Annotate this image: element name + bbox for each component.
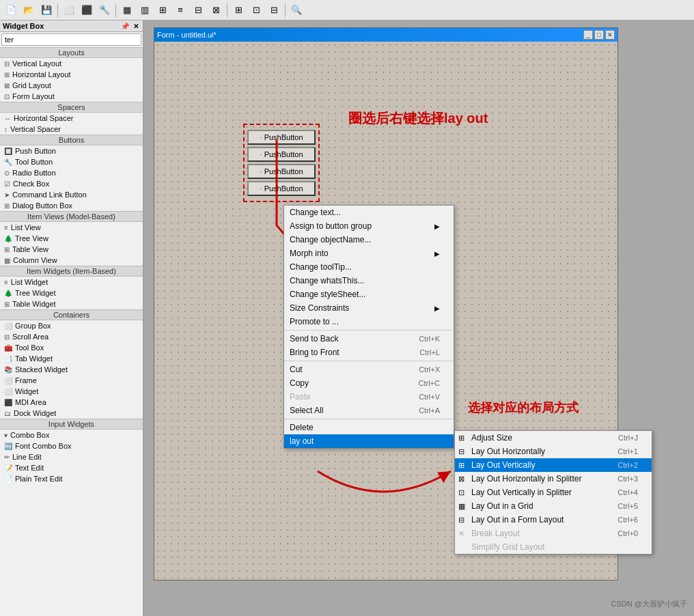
toolbar-sep1 [57, 3, 58, 17]
break-layout-icon: ✕ [458, 529, 464, 538]
toolbar-btn13[interactable]: ⊟ [266, 2, 282, 18]
section-spacers: Spacers [0, 102, 143, 113]
canvas-push-button-2[interactable]: PushButton [247, 147, 316, 162]
sidebar-item-list-view[interactable]: ≡List View [0, 222, 143, 233]
sidebar-item-table-widget[interactable]: ⊞Table Widget [0, 298, 143, 309]
cm-lay-out[interactable]: lay out [284, 434, 454, 448]
sidebar-item-dock-widget[interactable]: 🗂Dock Widget [0, 408, 143, 419]
sidebar-item-grid-layout[interactable]: ⊠Grid Layout [0, 80, 143, 91]
cm-assign-button-group[interactable]: Assign to button group▶ [284, 219, 454, 233]
canvas-push-button-3[interactable]: PushButton [247, 164, 316, 179]
sidebar-item-vertical-spacer[interactable]: ↕Vertical Spacer [0, 124, 143, 135]
horiz-splitter-icon: ⊠ [458, 475, 464, 484]
sm-adjust-size[interactable]: ⊞ Adjust SizeCtrl+J [455, 431, 652, 445]
cm-send-to-back[interactable]: Send to BackCtrl+K [284, 332, 454, 346]
sidebar-item-plain-text-edit[interactable]: 📄Plain Text Edit [0, 473, 143, 484]
sidebar-item-font-combo-box[interactable]: 🔤Font Combo Box [0, 440, 143, 451]
widget-box-close-icon[interactable]: ✕ [132, 23, 140, 30]
sidebar-item-horizontal-layout[interactable]: ⊞Horizontal Layout [0, 69, 143, 80]
sidebar-item-group-box[interactable]: ⬜Group Box [0, 320, 143, 331]
cm-change-text[interactable]: Change text... [284, 206, 454, 219]
sidebar-item-text-edit[interactable]: 📝Text Edit [0, 462, 143, 473]
sidebar-item-table-view[interactable]: ⊞Table View [0, 244, 143, 255]
form-window-controls: _ □ ✕ [583, 30, 615, 40]
toolbar-btn11[interactable]: ⊞ [230, 2, 247, 18]
sm-lay-out-form-layout[interactable]: ⊟ Lay Out in a Form LayoutCtrl+6 [455, 513, 652, 527]
cm-change-whatsthis[interactable]: Change whatsThis... [284, 274, 454, 288]
toolbar-btn8[interactable]: ≡ [172, 2, 189, 18]
sidebar-item-frame[interactable]: ⬜Frame [0, 375, 143, 386]
sidebar-item-tool-box[interactable]: 🧰Tool Box [0, 342, 143, 353]
sidebar-item-push-button[interactable]: 🔲Push Button [0, 145, 143, 156]
maximize-icon[interactable]: □ [594, 30, 604, 40]
cm-select-all[interactable]: Select AllCtrl+A [284, 404, 454, 417]
sidebar-item-tree-view[interactable]: 🌲Tree View [0, 233, 143, 244]
form-titlebar: Form - untitled.ui* _ □ ✕ [154, 28, 617, 42]
section-item-widgets: Item Widgets (Item-Based) [0, 266, 143, 277]
toolbar-btn9[interactable]: ⊟ [190, 2, 206, 18]
form-layout-icon: ⊟ [458, 516, 464, 524]
sidebar-item-tab-widget[interactable]: 📑Tab Widget [0, 353, 143, 364]
sm-lay-out-vertically-splitter[interactable]: ⊡ Lay Out Vertically in SplitterCtrl+4 [455, 486, 652, 499]
section-containers: Containers [0, 309, 143, 320]
toolbar-btn2[interactable]: ⬜ [61, 2, 77, 18]
toolbar-btn3[interactable]: ⬛ [79, 2, 95, 18]
section-input-widgets: Input Widgets [0, 419, 143, 430]
toolbar-save-btn[interactable]: 💾 [38, 2, 55, 18]
toolbar-open-btn[interactable]: 📂 [20, 2, 37, 18]
toolbar-sep3 [227, 3, 227, 17]
toolbar-btn4[interactable]: 🔧 [96, 2, 113, 18]
close-icon[interactable]: ✕ [605, 30, 615, 40]
sidebar-item-form-layout[interactable]: ⊡Form Layout [0, 91, 143, 102]
sidebar-item-check-box[interactable]: ☑Check Box [0, 178, 143, 189]
cm-promote-to[interactable]: Promote to ... [284, 315, 454, 328]
sidebar-item-horizontal-spacer[interactable]: ↔Horizontal Spacer [0, 113, 143, 124]
toolbar-btn6[interactable]: ▥ [137, 2, 153, 18]
cm-bring-to-front[interactable]: Bring to FrontCtrl+L [284, 346, 454, 359]
sm-lay-out-horizontally-splitter[interactable]: ⊠ Lay Out Horizontally in SplitterCtrl+3 [455, 472, 652, 486]
sidebar-item-stacked-widget[interactable]: 📚Stacked Widget [0, 364, 143, 375]
cm-size-constraints[interactable]: Size Constraints▶ [284, 301, 454, 315]
widget-box-pin-icon[interactable]: 📌 [120, 23, 130, 30]
sidebar-item-mdi-area[interactable]: ⬛MDI Area [0, 397, 143, 408]
sidebar-item-list-widget[interactable]: ≡List Widget [0, 277, 143, 288]
toolbar-btn10[interactable]: ⊠ [208, 2, 224, 18]
cm-copy[interactable]: CopyCtrl+C [284, 376, 454, 390]
toolbar-btn5[interactable]: ▦ [119, 2, 135, 18]
toolbar-new-btn[interactable]: 📄 [3, 2, 19, 18]
sidebar-item-dialog-button-box[interactable]: ⊞Dialog Button Box [0, 200, 143, 211]
cm-change-stylesheet[interactable]: Change styleSheet... [284, 288, 454, 301]
cm-sep3 [284, 419, 454, 419]
sm-lay-out-in-grid[interactable]: ▦ Lay Out in a GridCtrl+5 [455, 499, 652, 513]
sidebar-item-vertical-layout[interactable]: ⊟Vertical Layout [0, 58, 143, 69]
sidebar-item-combo-box[interactable]: ▾Combo Box [0, 430, 143, 440]
toolbar-btn14[interactable]: 🔍 [288, 2, 305, 18]
cm-change-object-name[interactable]: Change objectName... [284, 233, 454, 247]
widget-box-controls: 📌 ✕ [120, 23, 140, 30]
sidebar-item-scroll-area[interactable]: ⊟Scroll Area [0, 331, 143, 342]
cm-change-tooltip[interactable]: Change toolTip... [284, 260, 454, 274]
minimize-icon[interactable]: _ [583, 30, 593, 40]
cm-morph-into[interactable]: Morph into▶ [284, 247, 454, 260]
adjust-size-icon: ⊞ [458, 434, 464, 443]
sm-lay-out-vertically[interactable]: ⊞ Lay Out VerticallyCtrl+2 [455, 458, 652, 472]
toolbar-btn7[interactable]: ⊞ [154, 2, 171, 18]
layout-submenu: ⊞ Adjust SizeCtrl+J ⊟ Lay Out Horizontal… [454, 430, 652, 555]
cm-delete[interactable]: Delete [284, 421, 454, 434]
search-input[interactable] [1, 33, 141, 46]
cm-cut[interactable]: CutCtrl+X [284, 363, 454, 376]
sm-lay-out-horizontally[interactable]: ⊟ Lay Out HorizontallyCtrl+1 [455, 445, 652, 458]
sidebar-item-line-edit[interactable]: ✏Line Edit [0, 451, 143, 462]
sidebar-item-tool-button[interactable]: 🔧Tool Button [0, 156, 143, 167]
canvas-push-button-1[interactable]: PushButton [247, 130, 316, 145]
sidebar-item-tree-widget[interactable]: 🌲Tree Widget [0, 288, 143, 298]
toolbar-btn12[interactable]: ⊡ [248, 2, 264, 18]
sidebar-item-radio-button[interactable]: ⊙Radio Button [0, 167, 143, 178]
section-item-views: Item Views (Model-Based) [0, 211, 143, 222]
canvas-push-button-4[interactable]: PushButton [247, 181, 316, 196]
sidebar-item-column-view[interactable]: ▦Column View [0, 255, 143, 266]
sm-simplify-grid-layout: Simplify Grid Layout [455, 540, 652, 554]
toolbar: 📄 📂 💾 ⬜ ⬛ 🔧 ▦ ▥ ⊞ ≡ ⊟ ⊠ ⊞ ⊡ ⊟ 🔍 [0, 0, 694, 20]
sidebar-item-command-link-button[interactable]: ➤Command Link Button [0, 189, 143, 200]
sidebar-item-widget[interactable]: ⬜Widget [0, 386, 143, 397]
